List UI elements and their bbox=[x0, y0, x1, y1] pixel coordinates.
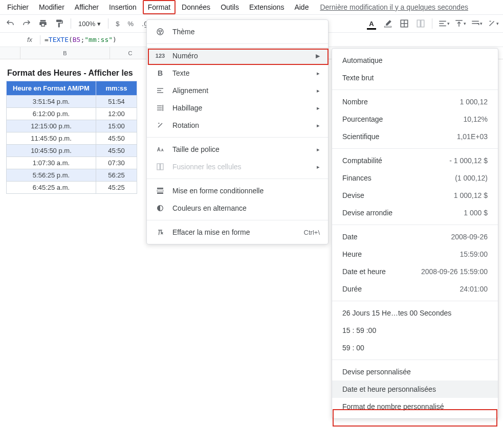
paint-format-icon[interactable] bbox=[52, 16, 67, 31]
menu-divider bbox=[332, 301, 498, 301]
submenu-label: Devise bbox=[342, 191, 454, 199]
column-header-b[interactable]: B bbox=[20, 47, 110, 59]
submenu-currency-rounded[interactable]: Devise arrondie1 000 $ bbox=[332, 204, 498, 221]
submenu-sample: 1,01E+03 bbox=[457, 132, 488, 141]
svg-rect-0 bbox=[384, 26, 391, 27]
menu-item-alternating-colors[interactable]: Couleurs en alternance bbox=[147, 199, 328, 217]
submenu-label: Date bbox=[342, 233, 451, 241]
submenu-plain-text[interactable]: Texte brut bbox=[332, 69, 498, 86]
submenu-sample: 2008-09-26 bbox=[451, 233, 488, 241]
menu-item-rotation[interactable]: Rotation ▸ bbox=[147, 117, 328, 134]
submenu-duration[interactable]: Durée24:01:00 bbox=[332, 280, 498, 298]
cell-ampm: 6:12:00 p.m. bbox=[7, 108, 96, 120]
menu-item-clear-format[interactable]: Effacer la mise en forme Ctrl+\ bbox=[147, 223, 328, 241]
menu-item-habillage[interactable]: Habillage ▸ bbox=[147, 99, 328, 117]
text-color-button[interactable]: A bbox=[364, 16, 379, 31]
submenu-financial[interactable]: Finances(1 000,12) bbox=[332, 169, 498, 187]
cell-ampm: 3:51:54 p.m. bbox=[7, 96, 96, 108]
table-row[interactable]: 1:07:30 a.m.07:30 bbox=[7, 157, 137, 169]
menu-label: Thème bbox=[172, 28, 320, 36]
text-rotation-button[interactable]: ▾ bbox=[486, 16, 500, 31]
menu-extensions[interactable]: Extensions bbox=[245, 1, 288, 13]
submenu-label: Pourcentage bbox=[342, 115, 464, 123]
select-all-corner[interactable] bbox=[0, 47, 20, 59]
currency-format-button[interactable]: $ bbox=[113, 20, 122, 28]
submenu-label: Texte brut bbox=[342, 74, 488, 82]
menu-item-alignement[interactable]: Alignement ▸ bbox=[147, 82, 328, 99]
svg-point-16 bbox=[160, 33, 161, 34]
submenu-custom-datetime[interactable]: Date et heure personnalisées bbox=[332, 380, 498, 398]
submenu-auto[interactable]: Automatique bbox=[332, 52, 498, 69]
submenu-date[interactable]: Date2008-09-26 bbox=[332, 228, 498, 245]
menu-item-font-size[interactable]: Taille de police ▸ bbox=[147, 141, 328, 158]
svg-point-14 bbox=[159, 31, 160, 32]
submenu-percent[interactable]: Pourcentage10,12% bbox=[332, 110, 498, 128]
fill-color-button[interactable] bbox=[381, 16, 395, 31]
svg-rect-5 bbox=[421, 20, 424, 27]
cell-ampm: 10:45:50 p.m. bbox=[7, 145, 96, 157]
cell-ampm: 1:07:30 a.m. bbox=[7, 157, 96, 169]
text-wrap-button[interactable]: ▾ bbox=[469, 16, 484, 31]
submenu-custom-sample-1[interactable]: 26 Jours 15 He…tes 00 Secondes bbox=[332, 304, 498, 322]
submenu-arrow-icon: ▶ bbox=[316, 53, 320, 59]
submenu-custom-number[interactable]: Format de nombre personnalisé bbox=[332, 398, 498, 415]
submenu-custom-sample-3[interactable]: 59 : 00 bbox=[332, 339, 498, 356]
svg-rect-27 bbox=[157, 190, 163, 192]
table-row[interactable]: 6:45:25 a.m.45:25 bbox=[7, 182, 137, 194]
menu-divider bbox=[332, 89, 498, 90]
submenu-label: Date et heure bbox=[342, 267, 421, 276]
submenu-scientific[interactable]: Scientifique1,01E+03 bbox=[332, 128, 498, 145]
menu-outils[interactable]: Outils bbox=[216, 1, 243, 13]
menu-aide[interactable]: Aide bbox=[290, 1, 313, 13]
horizontal-align-button[interactable]: ▾ bbox=[436, 16, 451, 31]
menu-fichier[interactable]: Fichier bbox=[3, 1, 33, 13]
merge-cells-button[interactable] bbox=[413, 16, 428, 31]
conditional-format-icon bbox=[155, 187, 165, 195]
menu-donnees[interactable]: Données bbox=[178, 1, 214, 13]
menu-item-texte[interactable]: B Texte ▸ bbox=[147, 64, 328, 82]
menu-shortcut: Ctrl+\ bbox=[304, 229, 320, 236]
table-row[interactable]: 12:15:00 p.m.15:00 bbox=[7, 120, 137, 132]
submenu-label: Nombre bbox=[342, 98, 460, 106]
cell-mmss: 45:50 bbox=[96, 145, 137, 157]
menu-afficher[interactable]: Afficher bbox=[71, 1, 103, 13]
table-row[interactable]: 3:51:54 p.m.51:54 bbox=[7, 96, 137, 108]
menu-modifier[interactable]: Modifier bbox=[35, 1, 69, 13]
submenu-sample: (1 000,12) bbox=[455, 174, 488, 182]
undo-icon[interactable] bbox=[3, 16, 17, 31]
last-edit-link[interactable]: Dernière modification il y a quelques se… bbox=[320, 3, 468, 11]
table-row[interactable]: 5:56:25 p.m.56:25 bbox=[7, 169, 137, 182]
submenu-number[interactable]: Nombre1 000,12 bbox=[332, 93, 498, 110]
menu-insertion[interactable]: Insertion bbox=[105, 1, 141, 13]
font-size-icon bbox=[155, 145, 165, 153]
submenu-time[interactable]: Heure15:59:00 bbox=[332, 245, 498, 263]
svg-rect-25 bbox=[161, 164, 163, 170]
zoom-dropdown[interactable]: 100% ▾ bbox=[75, 20, 104, 28]
menu-format[interactable]: Format bbox=[143, 0, 176, 14]
menu-item-numero[interactable]: 123 Numéro ▶ bbox=[147, 47, 328, 64]
menu-item-conditional-format[interactable]: Mise en forme conditionnelle bbox=[147, 182, 328, 199]
borders-button[interactable] bbox=[397, 16, 411, 31]
print-icon[interactable] bbox=[36, 16, 50, 31]
submenu-custom-currency[interactable]: Devise personnalisée bbox=[332, 363, 498, 380]
submenu-accounting[interactable]: Comptabilité- 1 000,12 $ bbox=[332, 152, 498, 169]
toolbar-separator bbox=[71, 18, 71, 29]
theme-icon bbox=[155, 28, 165, 36]
submenu-datetime[interactable]: Date et heure2008-09-26 15:59:00 bbox=[332, 263, 498, 280]
vertical-align-button[interactable]: ▾ bbox=[453, 16, 467, 31]
table-row[interactable]: 11:45:50 p.m.45:50 bbox=[7, 132, 137, 145]
table-row[interactable]: 10:45:50 p.m.45:50 bbox=[7, 145, 137, 157]
submenu-label: Format de nombre personnalisé bbox=[342, 402, 488, 411]
redo-icon[interactable] bbox=[19, 16, 34, 31]
submenu-custom-sample-2[interactable]: 15 : 59 :00 bbox=[332, 322, 498, 339]
table-row[interactable]: 6:12:00 p.m.12:00 bbox=[7, 108, 137, 120]
formula-function: TEXTE bbox=[49, 36, 69, 43]
column-header-c[interactable]: C bbox=[110, 47, 151, 59]
submenu-currency[interactable]: Devise1 000,12 $ bbox=[332, 187, 498, 204]
menu-item-theme[interactable]: Thème bbox=[147, 23, 328, 40]
hours-table: Heure en Format AM/PM mm:ss 3:51:54 p.m.… bbox=[6, 81, 137, 194]
percent-format-button[interactable]: % bbox=[124, 20, 137, 28]
submenu-arrow-icon: ▸ bbox=[317, 87, 320, 94]
submenu-label: Date et heure personnalisées bbox=[342, 385, 488, 393]
menu-divider bbox=[332, 360, 498, 360]
